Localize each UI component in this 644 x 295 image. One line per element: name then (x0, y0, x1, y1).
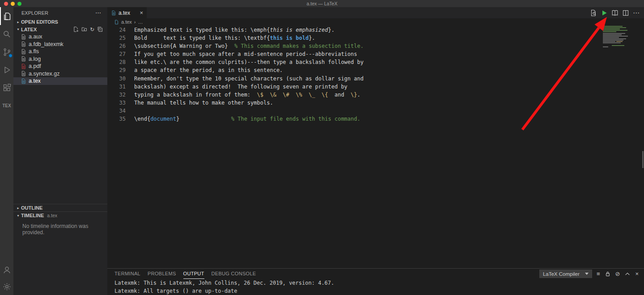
output-line: Latexmk: This is Latexmk, John Collins, … (114, 279, 644, 287)
timeline-empty-message: No timeline information was provided. (13, 219, 107, 236)
code-line-28[interactable]: 28like etc.\ are the common culprits)---… (107, 58, 644, 66)
file-icon-tex (21, 78, 26, 84)
section-latex-workspace[interactable]: ▾ LATEX ↻ (13, 25, 107, 33)
close-panel-icon[interactable]: × (635, 271, 639, 277)
code-line-24[interactable]: 24Emphasized text is typed like this: \e… (107, 26, 644, 34)
section-open-editors[interactable]: ▸ OPEN EDITORS (13, 18, 107, 25)
code-line-29[interactable]: 29a space after the period, as in this s… (107, 66, 644, 74)
accounts-button[interactable] (0, 261, 13, 278)
file-row-a-pdf[interactable]: a.pdf (13, 63, 107, 70)
code-line-26[interactable]: 26\subsection{A Warning or Two} % This c… (107, 42, 644, 50)
editor-tab-bar: a.tex × ⋯ (107, 7, 644, 18)
breadcrumb: a.tex › … (107, 18, 644, 25)
zoom-window-button[interactable] (17, 2, 21, 6)
output-channel-value: LaTeX Compiler (543, 271, 580, 277)
clear-output-icon[interactable]: ⊘ (615, 271, 620, 277)
lock-auto-scroll-icon[interactable] (605, 271, 611, 277)
line-number: 35 (107, 115, 126, 123)
file-icon-generic (21, 34, 26, 40)
code-line-30[interactable]: 30Remember, don't type the 10 special ch… (107, 75, 644, 83)
close-tab-icon[interactable]: × (140, 10, 143, 16)
section-label: TIMELINE (21, 213, 44, 218)
file-row-a-tex[interactable]: a.tex (13, 77, 107, 85)
activity-explorer[interactable] (0, 7, 13, 25)
select-chevron-icon (585, 273, 589, 275)
line-number: 31 (107, 83, 126, 91)
tex-icon: TEX (2, 103, 11, 108)
code-line-32[interactable]: 32typing a backslash in front of them: \… (107, 91, 644, 99)
code-area: 24Emphasized text is typed like this: \e… (107, 26, 644, 123)
line-number: 34 (107, 107, 126, 115)
output-list-icon[interactable]: ≡ (597, 271, 600, 277)
code-editor[interactable]: 24Emphasized text is typed like this: \e… (107, 25, 644, 268)
files-icon (2, 12, 12, 21)
chevron-down-icon: ▾ (15, 27, 21, 31)
section-timeline[interactable]: ▾ TIMELINE a.tex (13, 211, 107, 219)
section-outline[interactable]: ▸ OUTLINE (13, 204, 107, 211)
source-control-badge (8, 54, 13, 58)
close-window-button[interactable] (4, 2, 8, 6)
search-icon (2, 30, 12, 39)
window-controls (4, 2, 21, 6)
file-icon-generic (21, 56, 26, 62)
new-folder-icon[interactable] (81, 26, 87, 32)
activity-latex-workshop[interactable]: TEX (0, 97, 13, 114)
breadcrumb-file[interactable]: a.tex (121, 19, 132, 25)
editor-scrollbar-thumb[interactable] (642, 151, 644, 168)
line-number: 24 (107, 26, 126, 34)
output-channel-select[interactable]: LaTeX Compiler (539, 270, 592, 278)
new-file-icon[interactable] (73, 26, 79, 32)
file-icon-generic (21, 49, 26, 55)
output-console[interactable]: Latexmk: This is Latexmk, John Collins, … (107, 279, 644, 295)
code-line-31[interactable]: 31backslash) except as directed! The fol… (107, 83, 644, 91)
more-actions-icon[interactable]: ⋯ (633, 9, 640, 16)
settings-button[interactable] (0, 278, 13, 295)
activity-source-control[interactable] (0, 43, 13, 61)
panel-tab-terminal[interactable]: TERMINAL (114, 269, 140, 279)
minimize-window-button[interactable] (11, 2, 15, 6)
output-line: Latexmk: All targets () are up-to-date (114, 287, 644, 295)
line-number: 27 (107, 50, 126, 58)
window-title: a.tex — LaTeX (307, 1, 338, 6)
file-row-a-aux[interactable]: a.aux (13, 33, 107, 41)
breadcrumb-separator-icon: › (134, 19, 136, 25)
tab-label: a.tex (119, 10, 130, 16)
file-name: a.pdf (29, 63, 41, 69)
code-line-35[interactable]: 35\end{document} % The input file ends w… (107, 115, 644, 123)
panel-tab-output[interactable]: OUTPUT (183, 269, 204, 279)
panel-tab-debug-console[interactable]: DEBUG CONSOLE (212, 269, 256, 279)
file-row-a-fdb-latexmk[interactable]: a.fdb_latexmk (13, 41, 107, 48)
panel-tab-problems[interactable]: PROBLEMS (148, 269, 176, 279)
code-line-25[interactable]: 25Bold text is typed like this: \textbf{… (107, 34, 644, 42)
explorer-more-actions-icon[interactable]: ⋯ (95, 10, 101, 16)
activity-extensions[interactable] (0, 79, 13, 97)
file-row-a-fls[interactable]: a.fls (13, 48, 107, 55)
activity-run-debug[interactable] (0, 61, 13, 79)
view-latex-pdf-icon[interactable] (590, 9, 597, 17)
build-latex-project-icon[interactable] (601, 9, 608, 17)
code-line-27[interactable]: 27If you get too much space after a mid-… (107, 50, 644, 58)
tex-file-icon (111, 10, 116, 16)
titlebar: a.tex — LaTeX (0, 0, 644, 7)
bottom-panel: TERMINALPROBLEMSOUTPUTDEBUG CONSOLE LaTe… (107, 268, 644, 295)
split-editor-icon[interactable] (622, 9, 629, 17)
open-preview-icon[interactable] (611, 9, 619, 17)
collapse-all-icon[interactable] (97, 26, 103, 32)
code-line-34[interactable]: 34 (107, 107, 644, 115)
file-name: a.aux (29, 34, 42, 40)
timeline-file-label: a.tex (47, 213, 57, 218)
code-line-33[interactable]: 33The manual tells how to make other sym… (107, 99, 644, 107)
activity-search[interactable] (0, 25, 13, 43)
file-row-a-synctex-gz[interactable]: a.synctex.gz (13, 70, 107, 78)
tab-a-tex[interactable]: a.tex × (107, 7, 147, 18)
minimap[interactable] (603, 25, 631, 50)
maximize-panel-icon[interactable] (624, 271, 631, 277)
breadcrumb-symbol[interactable]: … (138, 19, 143, 25)
file-tree: a.auxa.fdb_latexmka.flsa.loga.pdfa.synct… (13, 33, 107, 85)
section-label: OPEN EDITORS (21, 19, 58, 25)
file-icon-pdf (21, 63, 26, 69)
refresh-icon[interactable]: ↻ (90, 27, 94, 32)
file-icon-generic (21, 71, 26, 76)
chevron-right-icon: ▸ (15, 20, 21, 24)
file-row-a-log[interactable]: a.log (13, 55, 107, 63)
